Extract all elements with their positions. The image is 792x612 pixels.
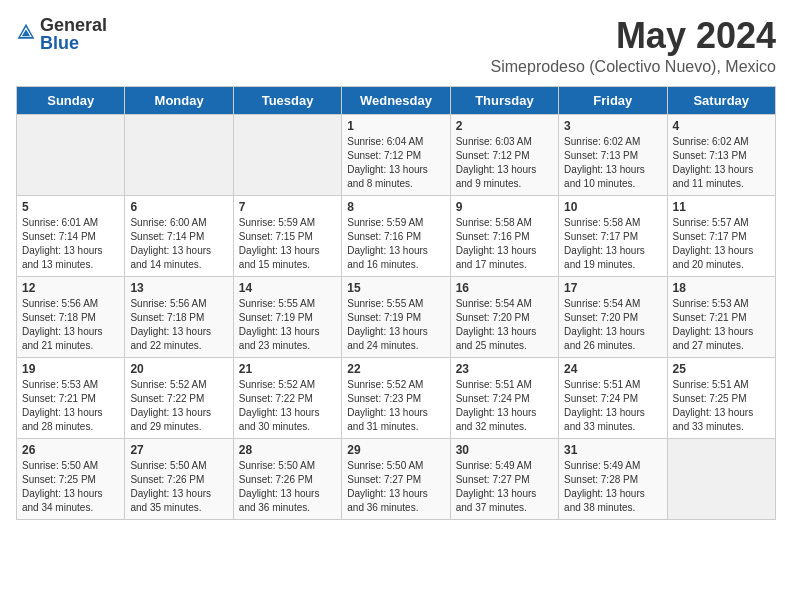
day-cell: 28Sunrise: 5:50 AM Sunset: 7:26 PM Dayli…: [233, 438, 341, 519]
day-info: Sunrise: 5:53 AM Sunset: 7:21 PM Dayligh…: [673, 297, 770, 353]
day-cell: 14Sunrise: 5:55 AM Sunset: 7:19 PM Dayli…: [233, 276, 341, 357]
day-number: 25: [673, 362, 770, 376]
title-area: May 2024 Simeprodeso (Colectivo Nuevo), …: [491, 16, 776, 76]
day-cell: 5Sunrise: 6:01 AM Sunset: 7:14 PM Daylig…: [17, 195, 125, 276]
day-info: Sunrise: 5:50 AM Sunset: 7:25 PM Dayligh…: [22, 459, 119, 515]
day-info: Sunrise: 5:50 AM Sunset: 7:26 PM Dayligh…: [239, 459, 336, 515]
day-cell: 29Sunrise: 5:50 AM Sunset: 7:27 PM Dayli…: [342, 438, 450, 519]
day-cell: 2Sunrise: 6:03 AM Sunset: 7:12 PM Daylig…: [450, 114, 558, 195]
day-number: 6: [130, 200, 227, 214]
day-number: 3: [564, 119, 661, 133]
day-info: Sunrise: 5:53 AM Sunset: 7:21 PM Dayligh…: [22, 378, 119, 434]
logo: General Blue: [16, 16, 107, 52]
day-info: Sunrise: 5:54 AM Sunset: 7:20 PM Dayligh…: [564, 297, 661, 353]
week-row-3: 12Sunrise: 5:56 AM Sunset: 7:18 PM Dayli…: [17, 276, 776, 357]
day-info: Sunrise: 5:51 AM Sunset: 7:24 PM Dayligh…: [456, 378, 553, 434]
day-info: Sunrise: 5:49 AM Sunset: 7:27 PM Dayligh…: [456, 459, 553, 515]
day-cell: 30Sunrise: 5:49 AM Sunset: 7:27 PM Dayli…: [450, 438, 558, 519]
day-cell: 9Sunrise: 5:58 AM Sunset: 7:16 PM Daylig…: [450, 195, 558, 276]
logo-general-text: General: [40, 16, 107, 34]
calendar-subtitle: Simeprodeso (Colectivo Nuevo), Mexico: [491, 58, 776, 76]
day-info: Sunrise: 5:55 AM Sunset: 7:19 PM Dayligh…: [239, 297, 336, 353]
day-header-saturday: Saturday: [667, 86, 775, 114]
day-number: 20: [130, 362, 227, 376]
day-number: 24: [564, 362, 661, 376]
day-header-monday: Monday: [125, 86, 233, 114]
day-info: Sunrise: 6:03 AM Sunset: 7:12 PM Dayligh…: [456, 135, 553, 191]
day-header-friday: Friday: [559, 86, 667, 114]
day-cell: 23Sunrise: 5:51 AM Sunset: 7:24 PM Dayli…: [450, 357, 558, 438]
week-row-5: 26Sunrise: 5:50 AM Sunset: 7:25 PM Dayli…: [17, 438, 776, 519]
day-info: Sunrise: 5:51 AM Sunset: 7:24 PM Dayligh…: [564, 378, 661, 434]
day-info: Sunrise: 6:01 AM Sunset: 7:14 PM Dayligh…: [22, 216, 119, 272]
day-number: 12: [22, 281, 119, 295]
logo-icon: [16, 22, 36, 42]
day-number: 23: [456, 362, 553, 376]
day-number: 5: [22, 200, 119, 214]
day-cell: 16Sunrise: 5:54 AM Sunset: 7:20 PM Dayli…: [450, 276, 558, 357]
day-number: 30: [456, 443, 553, 457]
day-header-tuesday: Tuesday: [233, 86, 341, 114]
day-info: Sunrise: 5:56 AM Sunset: 7:18 PM Dayligh…: [130, 297, 227, 353]
day-number: 17: [564, 281, 661, 295]
day-number: 13: [130, 281, 227, 295]
day-info: Sunrise: 5:50 AM Sunset: 7:26 PM Dayligh…: [130, 459, 227, 515]
day-number: 27: [130, 443, 227, 457]
day-cell: 3Sunrise: 6:02 AM Sunset: 7:13 PM Daylig…: [559, 114, 667, 195]
day-info: Sunrise: 5:59 AM Sunset: 7:15 PM Dayligh…: [239, 216, 336, 272]
day-number: 7: [239, 200, 336, 214]
day-number: 21: [239, 362, 336, 376]
day-cell: 27Sunrise: 5:50 AM Sunset: 7:26 PM Dayli…: [125, 438, 233, 519]
day-cell: 15Sunrise: 5:55 AM Sunset: 7:19 PM Dayli…: [342, 276, 450, 357]
day-info: Sunrise: 5:56 AM Sunset: 7:18 PM Dayligh…: [22, 297, 119, 353]
day-cell: 31Sunrise: 5:49 AM Sunset: 7:28 PM Dayli…: [559, 438, 667, 519]
day-cell: [17, 114, 125, 195]
day-info: Sunrise: 5:51 AM Sunset: 7:25 PM Dayligh…: [673, 378, 770, 434]
day-info: Sunrise: 5:52 AM Sunset: 7:22 PM Dayligh…: [239, 378, 336, 434]
day-cell: 22Sunrise: 5:52 AM Sunset: 7:23 PM Dayli…: [342, 357, 450, 438]
day-info: Sunrise: 5:58 AM Sunset: 7:16 PM Dayligh…: [456, 216, 553, 272]
day-info: Sunrise: 5:55 AM Sunset: 7:19 PM Dayligh…: [347, 297, 444, 353]
day-info: Sunrise: 5:58 AM Sunset: 7:17 PM Dayligh…: [564, 216, 661, 272]
day-header-wednesday: Wednesday: [342, 86, 450, 114]
day-number: 11: [673, 200, 770, 214]
day-cell: 4Sunrise: 6:02 AM Sunset: 7:13 PM Daylig…: [667, 114, 775, 195]
calendar-table: SundayMondayTuesdayWednesdayThursdayFrid…: [16, 86, 776, 520]
header-row: SundayMondayTuesdayWednesdayThursdayFrid…: [17, 86, 776, 114]
day-number: 29: [347, 443, 444, 457]
day-info: Sunrise: 6:04 AM Sunset: 7:12 PM Dayligh…: [347, 135, 444, 191]
day-number: 14: [239, 281, 336, 295]
week-row-1: 1Sunrise: 6:04 AM Sunset: 7:12 PM Daylig…: [17, 114, 776, 195]
day-cell: 21Sunrise: 5:52 AM Sunset: 7:22 PM Dayli…: [233, 357, 341, 438]
header: General Blue May 2024 Simeprodeso (Colec…: [16, 16, 776, 76]
day-info: Sunrise: 5:50 AM Sunset: 7:27 PM Dayligh…: [347, 459, 444, 515]
day-info: Sunrise: 5:52 AM Sunset: 7:23 PM Dayligh…: [347, 378, 444, 434]
day-cell: 18Sunrise: 5:53 AM Sunset: 7:21 PM Dayli…: [667, 276, 775, 357]
day-cell: 12Sunrise: 5:56 AM Sunset: 7:18 PM Dayli…: [17, 276, 125, 357]
day-info: Sunrise: 5:49 AM Sunset: 7:28 PM Dayligh…: [564, 459, 661, 515]
day-cell: 25Sunrise: 5:51 AM Sunset: 7:25 PM Dayli…: [667, 357, 775, 438]
day-cell: 24Sunrise: 5:51 AM Sunset: 7:24 PM Dayli…: [559, 357, 667, 438]
day-cell: 19Sunrise: 5:53 AM Sunset: 7:21 PM Dayli…: [17, 357, 125, 438]
day-cell: 17Sunrise: 5:54 AM Sunset: 7:20 PM Dayli…: [559, 276, 667, 357]
day-number: 1: [347, 119, 444, 133]
day-header-thursday: Thursday: [450, 86, 558, 114]
day-number: 22: [347, 362, 444, 376]
day-cell: 13Sunrise: 5:56 AM Sunset: 7:18 PM Dayli…: [125, 276, 233, 357]
day-number: 18: [673, 281, 770, 295]
day-number: 19: [22, 362, 119, 376]
day-cell: 8Sunrise: 5:59 AM Sunset: 7:16 PM Daylig…: [342, 195, 450, 276]
day-cell: [125, 114, 233, 195]
day-cell: 26Sunrise: 5:50 AM Sunset: 7:25 PM Dayli…: [17, 438, 125, 519]
day-info: Sunrise: 5:59 AM Sunset: 7:16 PM Dayligh…: [347, 216, 444, 272]
day-number: 8: [347, 200, 444, 214]
day-number: 26: [22, 443, 119, 457]
day-info: Sunrise: 5:57 AM Sunset: 7:17 PM Dayligh…: [673, 216, 770, 272]
week-row-2: 5Sunrise: 6:01 AM Sunset: 7:14 PM Daylig…: [17, 195, 776, 276]
day-number: 2: [456, 119, 553, 133]
day-number: 15: [347, 281, 444, 295]
day-info: Sunrise: 5:52 AM Sunset: 7:22 PM Dayligh…: [130, 378, 227, 434]
day-cell: 6Sunrise: 6:00 AM Sunset: 7:14 PM Daylig…: [125, 195, 233, 276]
week-row-4: 19Sunrise: 5:53 AM Sunset: 7:21 PM Dayli…: [17, 357, 776, 438]
day-number: 28: [239, 443, 336, 457]
